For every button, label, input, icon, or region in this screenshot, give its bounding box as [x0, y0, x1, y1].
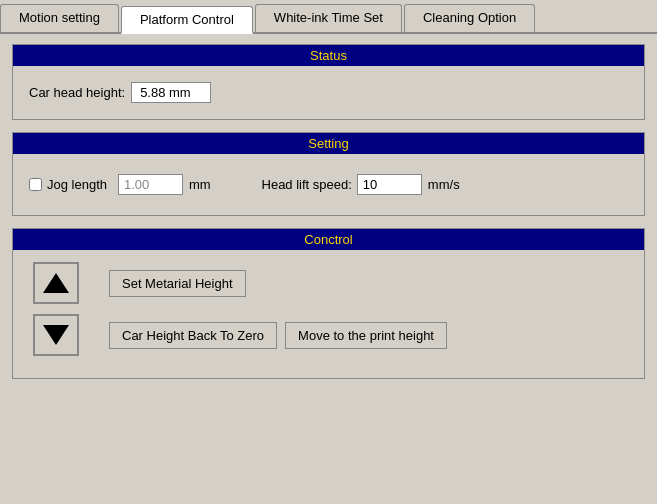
car-head-height-row: Car head height: 5.88 mm: [29, 76, 628, 109]
head-lift-speed-label: Head lift speed:: [262, 177, 352, 192]
set-material-height-button[interactable]: Set Metarial Height: [109, 270, 246, 297]
arrow-up-button[interactable]: [33, 262, 79, 304]
main-content: Status Car head height: 5.88 mm Setting …: [0, 34, 657, 401]
arrow-down-icon: [43, 325, 69, 345]
status-section: Status Car head height: 5.88 mm: [12, 44, 645, 120]
tab-motion-setting[interactable]: Motion setting: [0, 4, 119, 32]
jog-length-checkbox-wrap[interactable]: Jog length: [29, 177, 112, 192]
control-section: Conctrol Set Metarial Height Car Height …: [12, 228, 645, 379]
head-lift-speed-input[interactable]: [357, 174, 422, 195]
car-head-height-value: 5.88 mm: [131, 82, 211, 103]
car-head-height-label: Car head height:: [29, 85, 125, 100]
setting-header: Setting: [13, 133, 644, 154]
car-height-back-button[interactable]: Car Height Back To Zero: [109, 322, 277, 349]
move-to-print-button[interactable]: Move to the print height: [285, 322, 447, 349]
setting-body: Jog length mm Head lift speed: mm/s: [13, 154, 644, 215]
jog-length-input[interactable]: [118, 174, 183, 195]
tab-platform-control[interactable]: Platform Control: [121, 6, 253, 34]
jog-length-label: Jog length: [47, 177, 107, 192]
status-body: Car head height: 5.88 mm: [13, 66, 644, 119]
bottom-button-row: Car Height Back To Zero Move to the prin…: [109, 322, 451, 349]
setting-section: Setting Jog length mm Head lift speed: m…: [12, 132, 645, 216]
jog-length-unit: mm: [189, 177, 211, 192]
arrow-down-button[interactable]: [33, 314, 79, 356]
tab-bar: Motion setting Platform Control White-in…: [0, 0, 657, 34]
setting-row: Jog length mm Head lift speed: mm/s: [29, 164, 628, 205]
tab-cleaning-option[interactable]: Cleaning Option: [404, 4, 535, 32]
status-header: Status: [13, 45, 644, 66]
tab-white-ink-time-set[interactable]: White-ink Time Set: [255, 4, 402, 32]
jog-length-checkbox[interactable]: [29, 178, 42, 191]
control-row-up: Set Metarial Height: [33, 262, 624, 304]
control-row-down: Car Height Back To Zero Move to the prin…: [33, 314, 624, 356]
control-header: Conctrol: [13, 229, 644, 250]
control-body: Set Metarial Height Car Height Back To Z…: [13, 250, 644, 378]
head-lift-speed-unit: mm/s: [428, 177, 460, 192]
arrow-up-icon: [43, 273, 69, 293]
